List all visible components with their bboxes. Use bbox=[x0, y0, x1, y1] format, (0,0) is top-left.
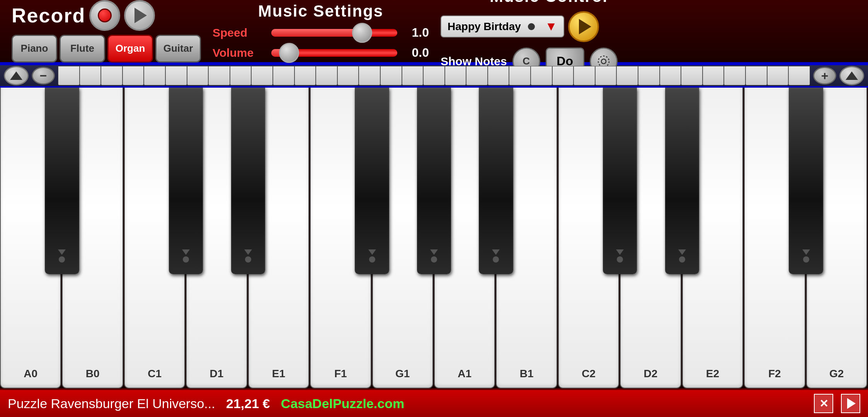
play-button[interactable] bbox=[124, 0, 155, 31]
zoom-in-button[interactable]: + bbox=[813, 67, 836, 85]
play-gold-triangle-icon bbox=[579, 19, 591, 34]
scroll-right-button[interactable] bbox=[839, 66, 864, 85]
header: Record Piano Flute Organ Guitar Music bbox=[0, 0, 868, 64]
mini-key bbox=[745, 66, 767, 85]
svg-point-1 bbox=[598, 56, 609, 67]
record-label: Record bbox=[12, 4, 85, 27]
key-label-A0: A0 bbox=[24, 368, 37, 380]
mini-key bbox=[101, 66, 123, 85]
black-key-9[interactable] bbox=[603, 88, 637, 274]
mini-key bbox=[230, 66, 252, 85]
mini-key bbox=[337, 66, 359, 85]
mini-key bbox=[681, 66, 703, 85]
gear-icon bbox=[597, 55, 610, 68]
mini-key bbox=[423, 66, 445, 85]
dropdown-dot-icon bbox=[528, 23, 535, 30]
mini-key bbox=[595, 66, 617, 85]
mini-keyboard bbox=[58, 66, 810, 85]
mini-key bbox=[638, 66, 660, 85]
record-button[interactable] bbox=[89, 0, 120, 31]
black-key-12[interactable] bbox=[789, 88, 823, 274]
mini-key bbox=[58, 66, 80, 85]
key-label-C2: C2 bbox=[582, 368, 596, 380]
song-dropdown[interactable]: Happy Birtday ▼ bbox=[441, 15, 564, 37]
ad-text: Puzzle Ravensburger El Universo... 21,21… bbox=[8, 396, 806, 411]
record-section: Record Piano Flute Organ Guitar bbox=[12, 0, 201, 63]
mini-key bbox=[165, 66, 187, 85]
instrument-row: Piano Flute Organ Guitar bbox=[12, 35, 201, 63]
mini-key bbox=[531, 66, 552, 85]
scroll-left-button[interactable] bbox=[4, 66, 29, 85]
zoom-out-button[interactable]: − bbox=[32, 67, 55, 85]
ad-link: CasaDelPuzzle.com bbox=[281, 396, 404, 411]
volume-value: 0.0 bbox=[402, 46, 429, 60]
mini-key bbox=[380, 66, 402, 85]
mini-key bbox=[80, 66, 101, 85]
mini-key bbox=[703, 66, 724, 85]
ad-close-button[interactable]: ✕ bbox=[814, 394, 833, 413]
key-label-F2: F2 bbox=[768, 368, 781, 380]
mini-key bbox=[208, 66, 230, 85]
key-label-A1: A1 bbox=[458, 368, 471, 380]
key-label-B0: B0 bbox=[86, 368, 100, 380]
mini-key bbox=[402, 66, 424, 85]
speed-slider-knob[interactable] bbox=[352, 23, 372, 43]
scroll-right-arrow-icon bbox=[846, 71, 858, 80]
settings-title: Music Settings bbox=[258, 2, 383, 20]
mini-key bbox=[488, 66, 509, 85]
black-key-7[interactable] bbox=[479, 88, 513, 274]
black-key-3[interactable] bbox=[231, 88, 265, 274]
ad-play-icon bbox=[847, 398, 856, 409]
key-label-E1: E1 bbox=[272, 368, 285, 380]
ad-banner: Puzzle Ravensburger El Universo... 21,21… bbox=[0, 390, 868, 417]
piano-area: A0B0C1D1E1F1G1A1B1C2D2E2F2G2 bbox=[0, 88, 868, 390]
mini-key bbox=[724, 66, 745, 85]
key-label-G2: G2 bbox=[829, 368, 844, 380]
guitar-button[interactable]: Guitar bbox=[155, 35, 201, 63]
key-label-E2: E2 bbox=[706, 368, 719, 380]
keyboard-scroll-area: − + bbox=[0, 64, 868, 88]
volume-label: Volume bbox=[213, 46, 267, 59]
play-triangle-icon bbox=[134, 8, 147, 23]
mini-key bbox=[251, 66, 273, 85]
mini-key bbox=[574, 66, 595, 85]
key-label-C1: C1 bbox=[148, 368, 162, 380]
black-key-2[interactable] bbox=[169, 88, 203, 274]
scroll-left-arrow-icon bbox=[10, 71, 22, 80]
speed-row: Speed 1.0 bbox=[213, 25, 429, 41]
key-label-F1: F1 bbox=[334, 368, 347, 380]
mini-key bbox=[187, 66, 209, 85]
mini-key bbox=[445, 66, 466, 85]
control-title: Music Control bbox=[441, 0, 657, 6]
speed-slider-fill bbox=[271, 29, 362, 37]
black-key-0[interactable] bbox=[45, 88, 79, 274]
key-label-B1: B1 bbox=[520, 368, 534, 380]
ad-play-button[interactable] bbox=[841, 394, 860, 413]
music-settings: Music Settings Speed 1.0 Volume 0.0 bbox=[213, 2, 429, 61]
volume-slider-knob[interactable] bbox=[279, 43, 299, 63]
black-key-6[interactable] bbox=[417, 88, 451, 274]
organ-button[interactable]: Organ bbox=[107, 35, 153, 63]
svg-point-0 bbox=[601, 59, 606, 64]
mini-key bbox=[123, 66, 144, 85]
mini-key bbox=[294, 66, 316, 85]
mini-key bbox=[359, 66, 380, 85]
mini-key bbox=[509, 66, 531, 85]
music-control: Music Control Happy Birtday ▼ Show Notes… bbox=[441, 0, 657, 75]
play-gold-button[interactable] bbox=[568, 11, 599, 42]
mini-key bbox=[788, 66, 810, 85]
mini-key bbox=[767, 66, 789, 85]
dropdown-arrow-icon: ▼ bbox=[545, 19, 557, 34]
mini-key bbox=[144, 66, 165, 85]
mini-key bbox=[273, 66, 294, 85]
black-key-5[interactable] bbox=[355, 88, 389, 274]
flute-button[interactable]: Flute bbox=[60, 35, 105, 63]
volume-slider-container bbox=[271, 45, 397, 61]
speed-slider-track bbox=[271, 29, 397, 37]
piano-button[interactable]: Piano bbox=[12, 35, 57, 63]
mini-key bbox=[616, 66, 638, 85]
speed-label: Speed bbox=[213, 26, 267, 39]
black-key-10[interactable] bbox=[665, 88, 699, 274]
record-row: Record bbox=[12, 0, 155, 31]
mini-key bbox=[660, 66, 681, 85]
